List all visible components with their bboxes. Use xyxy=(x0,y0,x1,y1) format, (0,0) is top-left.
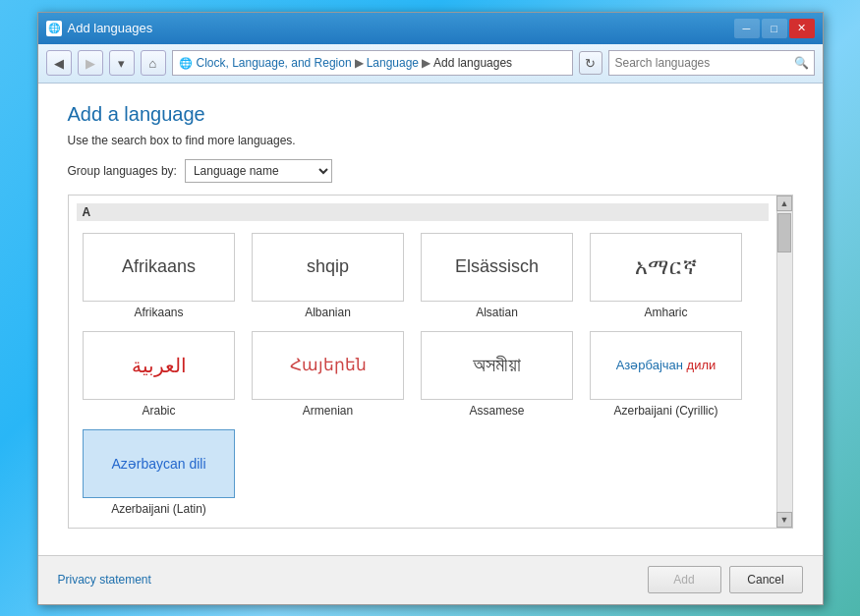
add-button[interactable]: Add xyxy=(648,566,721,593)
language-native-azerbaijani-cyrillic: Азәрбајчан дили xyxy=(612,358,720,372)
list-item[interactable]: shqip Albanian xyxy=(250,233,407,319)
title-bar-controls: ─ □ ✕ xyxy=(734,19,815,38)
restore-button[interactable]: □ xyxy=(762,19,787,38)
group-by-label: Group languages by: xyxy=(68,164,177,178)
content-area: Add a language Use the search box to fin… xyxy=(38,84,823,555)
address-bar: 🌐 Clock, Language, and Region ▶ Language… xyxy=(172,50,573,76)
search-button[interactable]: 🔍 xyxy=(790,51,814,75)
refresh-button[interactable]: ↻ xyxy=(579,51,602,75)
list-item[interactable]: Հայերեն Armenian xyxy=(250,331,407,418)
language-tile-azerbaijani-cyrillic[interactable]: Азәрбајчан дили xyxy=(590,331,742,400)
close-button[interactable]: ✕ xyxy=(789,19,815,38)
address-icon: 🌐 xyxy=(179,57,193,70)
language-label-albanian: Albanian xyxy=(305,306,351,319)
language-label-azerbaijani-latin: Azerbaijani (Latin) xyxy=(111,502,206,516)
forward-button[interactable]: ▶ xyxy=(78,50,103,76)
list-item[interactable]: Azərbaycan dili Azerbaijani (Latin) xyxy=(81,429,238,516)
main-window: 🌐 Add languages ─ □ ✕ ◀ ▶ ▾ ⌂ 🌐 Clock, L… xyxy=(37,12,824,605)
toolbar: ◀ ▶ ▾ ⌂ 🌐 Clock, Language, and Region ▶ … xyxy=(38,44,823,84)
language-tile-assamese[interactable]: অসমীয়া xyxy=(421,331,573,400)
breadcrumb-language[interactable]: Language xyxy=(367,56,419,70)
language-tile-albanian[interactable]: shqip xyxy=(252,233,404,302)
language-native-afrikaans: Afrikaans xyxy=(122,256,196,277)
scroll-down-arrow[interactable]: ▼ xyxy=(776,512,792,528)
title-bar: 🌐 Add languages ─ □ ✕ xyxy=(38,13,823,44)
dropdown-button[interactable]: ▾ xyxy=(109,50,135,76)
list-item[interactable]: አማርኛ Amharic xyxy=(588,233,745,319)
language-native-albanian: shqip xyxy=(307,256,349,277)
window-title: Add languages xyxy=(68,21,153,35)
language-label-amharic: Amharic xyxy=(644,306,687,319)
breadcrumb-clock[interactable]: Clock, Language, and Region xyxy=(197,56,352,70)
language-native-assamese: অসমীয়া xyxy=(473,354,521,376)
language-tile-armenian[interactable]: Հայերեն xyxy=(252,331,404,400)
language-native-amharic: አማርኛ xyxy=(635,254,697,280)
language-tile-amharic[interactable]: አማርኛ xyxy=(590,233,742,302)
language-native-azerbaijani-latin: Azərbaycan dili xyxy=(107,456,209,472)
breadcrumb-sep-1: ▶ xyxy=(355,56,364,70)
language-tile-afrikaans[interactable]: Afrikaans xyxy=(83,233,235,302)
scroll-up-arrow[interactable]: ▲ xyxy=(776,196,792,211)
list-item[interactable]: Азәрбајчан дили Azerbaijani (Cyrillic) xyxy=(588,331,745,418)
language-label-afrikaans: Afrikaans xyxy=(134,306,183,319)
language-label-arabic: Arabic xyxy=(142,404,175,418)
list-item[interactable]: অসমীয়া Assamese xyxy=(419,331,576,418)
title-bar-left: 🌐 Add languages xyxy=(46,21,153,36)
language-tile-alsatian[interactable]: Elsässisch xyxy=(421,233,573,302)
language-label-azerbaijani-cyrillic: Azerbaijani (Cyrillic) xyxy=(613,404,717,418)
breadcrumb-current: Add languages xyxy=(433,56,512,70)
subtitle: Use the search box to find more language… xyxy=(68,134,793,147)
language-native-armenian: Հայերեն xyxy=(290,355,367,375)
language-tile-azerbaijani-latin[interactable]: Azərbaycan dili xyxy=(83,429,235,498)
language-list-inner: A Afrikaans Afrikaans shqip Al xyxy=(69,196,776,528)
scroll-track xyxy=(777,211,792,512)
footer-buttons: Add Cancel xyxy=(648,566,803,593)
language-native-alsatian: Elsässisch xyxy=(455,256,539,277)
scroll-thumb[interactable] xyxy=(777,213,791,252)
scrollbar: ▲ ▼ xyxy=(776,196,792,528)
list-item[interactable]: Afrikaans Afrikaans xyxy=(81,233,238,319)
list-item[interactable]: Elsässisch Alsatian xyxy=(419,233,576,319)
language-label-assamese: Assamese xyxy=(469,404,524,418)
minimize-button[interactable]: ─ xyxy=(734,19,760,38)
language-label-alsatian: Alsatian xyxy=(476,306,518,319)
window-icon: 🌐 xyxy=(46,21,62,36)
language-label-armenian: Armenian xyxy=(303,404,353,418)
home-button[interactable]: ⌂ xyxy=(141,50,166,76)
cancel-button[interactable]: Cancel xyxy=(729,566,803,593)
list-item[interactable]: العربية Arabic xyxy=(81,331,238,418)
privacy-link[interactable]: Privacy statement xyxy=(58,573,151,587)
language-grid: Afrikaans Afrikaans shqip Albanian xyxy=(77,229,769,524)
language-tile-arabic[interactable]: العربية xyxy=(83,331,235,400)
page-title: Add a language xyxy=(68,103,793,126)
search-box: 🔍 xyxy=(608,50,815,76)
language-native-arabic: العربية xyxy=(132,354,187,377)
group-by-row: Group languages by: Language name Script… xyxy=(68,159,793,183)
breadcrumb-sep-2: ▶ xyxy=(422,56,430,70)
group-by-select[interactable]: Language name Script Region xyxy=(185,159,332,183)
back-button[interactable]: ◀ xyxy=(46,50,72,76)
search-input[interactable] xyxy=(609,56,790,70)
language-list-container: A Afrikaans Afrikaans shqip Al xyxy=(68,195,793,529)
section-header-a: A xyxy=(77,203,769,221)
footer: Privacy statement Add Cancel xyxy=(38,555,823,604)
